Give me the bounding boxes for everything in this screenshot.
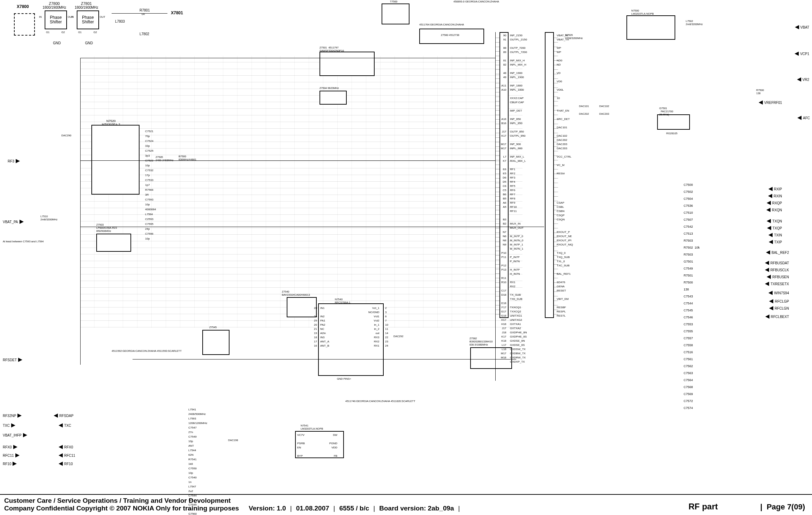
dac101: DAC101 <box>579 105 589 108</box>
ic-z7540 <box>287 297 317 317</box>
canon3: 4511746:GEORGIA:CANCON:ZHAHA 4511820:SCA… <box>345 400 415 403</box>
port-label: RFX0 <box>3 445 12 449</box>
phase-shifter-label-2: Phase Shifter <box>82 15 94 24</box>
port-label: RFCLBEXT <box>771 315 789 319</box>
page-number-value: Page 7(09) <box>767 502 805 511</box>
port-rfbusdat: RFBUSDAT <box>765 261 789 265</box>
port-vrefrf01: VREFRF01 <box>759 100 782 105</box>
ref-z7545: Z7545 <box>209 326 217 329</box>
ref-n7541: N7541 LM3203TLA.NOPB <box>301 424 323 430</box>
wire <box>133 359 516 359</box>
canon2: 4511592:GEORGIA:CANCON:ZHAHA 4511593:SCA… <box>112 349 182 353</box>
pin-in-1: IN <box>39 15 42 18</box>
port-label: RF10 <box>3 462 11 466</box>
ref-z7801: Z7801 <box>81 1 92 6</box>
port-vbat: VBAT <box>795 25 809 29</box>
bigic-right-names: VBAT_IN VBAT_TX WP WP ND0 ND VD VD0 VD0L… <box>557 33 573 318</box>
port-label: TXQP <box>773 226 782 230</box>
port-label: VR2 <box>803 78 809 82</box>
port-label: VBAT <box>800 25 809 29</box>
ref-z7503: Z7503 LP0004156A.R23 850/900MHz <box>96 223 117 233</box>
wire <box>495 32 496 381</box>
right-caps: C7500 C7502 C7504 C7536 C7510 C7507 C754… <box>684 181 700 411</box>
pin-g1-a: G1 <box>46 31 50 34</box>
port-label: RF3 <box>8 159 14 163</box>
port-label: BAL_REF2 <box>772 251 789 255</box>
port-label: AFC <box>803 116 810 120</box>
port-rfc11-r: RFC11 <box>59 453 75 457</box>
port-afc: AFC <box>797 116 810 120</box>
pin-in-2: IN <box>71 15 74 18</box>
page-number: | Page 7(09) <box>760 502 805 512</box>
port-rxip: RXIP <box>768 187 782 191</box>
port-txqn: TXQN <box>767 219 782 223</box>
ref-t7500: T7500 <box>390 0 397 3</box>
ref-n7520: N7520 MT6303EA.2 <box>102 119 120 126</box>
port-label: RF10 <box>64 462 73 466</box>
port-vbatihfp: VBAT_IHFP <box>3 433 27 437</box>
port-label: VBAT_IHFP <box>3 433 22 437</box>
note-left: At least between C7593 and L7594 <box>3 240 44 243</box>
ic-n7520 <box>91 125 140 195</box>
port-label: RFSDAP <box>59 414 74 418</box>
port-rfsdap: RFSDAP <box>54 414 74 418</box>
mid-caps: C7521 70p C7524 33p C7525 3p3 C7522 10p … <box>145 129 156 241</box>
page-title: RF part <box>689 502 718 512</box>
page-footer: Customer Care / Service Operations / Tra… <box>0 494 812 515</box>
wire <box>80 58 495 58</box>
ref-l7510: L7510 2m8/3200MHz <box>40 215 58 221</box>
n7540-left-pins: IN1 IN2 PA1 PA2 NC A2in IN3 ANT_A ANT_B <box>320 306 329 348</box>
port-rfclgn: RFCLGN <box>769 306 789 310</box>
ref-r7500: R7500 138 <box>756 89 764 95</box>
port-label: RFBUSDAT <box>770 261 789 265</box>
pin-g2-a: G2 <box>61 31 65 34</box>
n7540-right-pins: Vct_1 NC/GND Vct1 Vct2 in_1 in_2 out RX3… <box>368 306 379 348</box>
footer-model: 6555 / b/c <box>339 505 369 512</box>
port-balref1: BAL_REF2 <box>766 250 789 255</box>
port-txqp: TXQP <box>767 226 782 230</box>
port-rfclgp: RFCLGP <box>769 299 789 303</box>
dac202: DAC202 <box>579 112 589 115</box>
port-label: RFBUSCLK <box>770 268 789 272</box>
port-txin: TXIN <box>768 233 782 237</box>
port-vbatpa: VBAT_PA <box>3 220 24 224</box>
port-label: TXQN <box>772 219 782 223</box>
port-rxqn: RXQN <box>766 208 782 212</box>
port-label: RFCLGN <box>775 306 789 310</box>
port-rfc11: RFC11 <box>3 453 20 457</box>
port-label: RFCLGP <box>775 300 789 303</box>
port-rfbusen: RFBUSEN <box>767 275 789 279</box>
port-label: TXIP <box>774 240 782 244</box>
wire <box>80 227 544 227</box>
footer-date: 01.08.2007 <box>296 505 329 512</box>
gnd-b: GND <box>85 41 93 45</box>
port-vr2: VR2 <box>797 77 809 82</box>
port-rf3: RF3 <box>8 159 20 163</box>
dac203: DAC203 <box>599 112 609 115</box>
ref-rg28105: RG28105 <box>666 132 677 135</box>
port-label: WIN7S94 <box>774 291 789 295</box>
footer-dept: Customer Care / Service Operations / Tra… <box>4 497 808 505</box>
ref-n7500: N7500 LM3203TLA.NOPB <box>631 9 654 15</box>
ic-t7500 <box>382 3 409 24</box>
phase-shifter-z7801: Phase Shifter <box>77 10 99 29</box>
port-txc: TXC <box>3 423 15 427</box>
ic-z7504 <box>319 91 347 105</box>
ic-z7545 <box>202 330 230 355</box>
n7541-right-pins: SW PGND VDD FB <box>329 433 337 458</box>
ic-z7501 <box>319 52 375 76</box>
port-label: RFBUSEN <box>772 275 789 279</box>
port-rfsdet: RFSDET <box>3 358 22 362</box>
port-label: RFC11 <box>3 454 14 457</box>
wire <box>80 58 81 365</box>
port-label: RF32NP <box>3 414 16 418</box>
band-z7800: 1800/1900MHz <box>43 6 66 9</box>
ref-x7801: X7801 <box>171 10 183 15</box>
pin-g2-b: G2 <box>93 31 97 34</box>
ic-n7500 <box>626 15 675 40</box>
port-rfbusclk: RFBUSCLK <box>765 268 789 272</box>
footer-conf: Company Confidential Copyright © 2007 NO… <box>4 505 239 512</box>
port-txip: TXIP <box>769 240 782 244</box>
port-rfclbext: RFCLBEXT <box>765 315 789 319</box>
port-label: TXRESETX <box>770 282 789 286</box>
